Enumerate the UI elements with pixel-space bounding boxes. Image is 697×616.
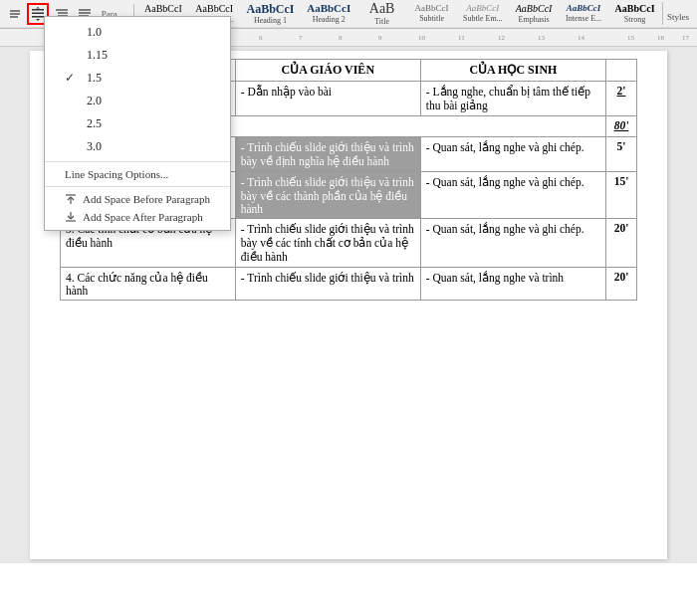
style-heading1-preview: AaBbCcI — [246, 3, 294, 15]
style-subtle-em[interactable]: AaBbCcI Subtle Em... — [458, 0, 508, 28]
style-heading1-label: Heading 1 — [254, 16, 287, 25]
svg-rect-5 — [32, 16, 44, 18]
intro-teacher: - Dẫn nhập vào bài — [235, 82, 420, 116]
style-title-preview: AaB — [369, 2, 395, 16]
line-spacing-dropdown: 1.0 1.15 ✓ 1.5 2.0 2.5 3.0 Line Spacing … — [44, 16, 231, 231]
spacing-2.5-label: 2.5 — [87, 116, 102, 131]
svg-rect-3 — [32, 9, 44, 11]
svg-rect-4 — [32, 12, 44, 14]
style-emphasis[interactable]: AaBbCcI Emphasis — [510, 0, 558, 28]
style-emphasis-label: Emphasis — [519, 15, 550, 24]
check-1.0 — [65, 25, 79, 40]
paragraph-icon[interactable] — [4, 3, 25, 25]
ruler-tick-13: 13 — [538, 34, 545, 42]
ruler-tick-12: 12 — [498, 34, 505, 42]
check-2.0 — [65, 94, 79, 108]
row4-student: - Quan sát, lắng nghe và trình — [420, 268, 605, 301]
style-intense-em-preview: AaBbCcI — [567, 4, 601, 13]
header-student: CỦA HỌC SINH — [420, 60, 605, 82]
row2-time: 15' — [605, 172, 636, 219]
styles-section-label: Styles — [662, 2, 693, 25]
style-subtitle-label: Subtitle — [419, 14, 444, 23]
spacing-1.5-label: 1.5 — [87, 71, 102, 86]
row4-activity: 4. Các chức năng của hệ điều hành — [61, 268, 236, 301]
add-space-after-label: Add Space After Paragraph — [83, 211, 203, 223]
style-heading2-preview: AaBbCcI — [307, 3, 350, 14]
row3-time: 20' — [605, 219, 636, 268]
spacing-1.5[interactable]: ✓ 1.5 — [45, 67, 230, 90]
style-heading2-label: Heading 2 — [313, 15, 346, 24]
check-3.0 — [65, 139, 79, 154]
row1-time: 5' — [605, 137, 636, 172]
style-subtle-em-preview: AaBbCcI — [466, 4, 499, 13]
ruler-tick-16: 16 — [657, 34, 664, 42]
spacing-3.0[interactable]: 3.0 — [45, 135, 230, 158]
check-1.5: ✓ — [65, 71, 79, 86]
row3-student: - Quan sát, lắng nghe và ghi chép. — [420, 219, 605, 268]
spacing-2.5[interactable]: 2.5 — [45, 112, 230, 135]
ruler-tick-17: 17 — [682, 34, 689, 42]
section-header-time: 80' — [605, 116, 636, 137]
spacing-2.0-label: 2.0 — [87, 94, 102, 108]
ruler-tick-11: 11 — [458, 34, 465, 42]
style-title[interactable]: AaB Title — [358, 0, 406, 28]
add-space-before-label: Add Space Before Paragraph — [83, 193, 210, 205]
style-strong[interactable]: AaBbCcI Strong — [609, 0, 660, 28]
spacing-3.0-label: 3.0 — [87, 139, 102, 154]
row3-teacher: - Trình chiếu slide giới thiệu và trình … — [235, 219, 420, 268]
spacing-1.0[interactable]: 1.0 — [45, 21, 230, 44]
style-heading2[interactable]: AaBbCcI Heading 2 — [302, 0, 356, 28]
dropdown-divider2 — [45, 186, 230, 187]
ruler-tick-9: 9 — [378, 34, 382, 42]
spacing-1.15[interactable]: 1.15 — [45, 44, 230, 67]
style-heading1[interactable]: AaBbCcI Heading 1 — [241, 0, 300, 28]
svg-marker-6 — [36, 19, 40, 21]
add-space-after-icon — [65, 211, 77, 223]
add-space-after[interactable]: Add Space After Paragraph — [45, 208, 230, 226]
style-subtitle[interactable]: AaBbCcI Subtitle — [408, 0, 456, 28]
dropdown-divider — [45, 161, 230, 162]
style-intense-em[interactable]: AaBbCcI Intense E... — [560, 0, 607, 28]
style-emphasis-preview: AaBbCcI — [516, 4, 553, 14]
row1-teacher: - Trình chiếu slide giới thiệu và trình … — [235, 137, 420, 172]
add-space-before[interactable]: Add Space Before Paragraph — [45, 190, 230, 208]
check-2.5 — [65, 116, 79, 131]
intro-student: - Lắng nghe, chuẩn bị tâm thế tiếp thu b… — [420, 82, 605, 116]
ruler-tick-8: 8 — [339, 34, 343, 42]
intro-time: 2' — [605, 82, 636, 116]
row4-time: 20' — [605, 268, 636, 301]
table-row: 4. Các chức năng của hệ điều hành - Trìn… — [61, 268, 637, 301]
ruler-tick-7: 7 — [299, 34, 303, 42]
row4-teacher: - Trình chiếu slide giới thiệu và trình — [235, 268, 420, 301]
row1-student: - Quan sát, lắng nghe và ghi chép. — [420, 137, 605, 172]
style-subtitle-preview: AaBbCcI — [415, 4, 449, 13]
spacing-1.15-label: 1.15 — [87, 48, 108, 63]
ruler-tick-10: 10 — [418, 34, 425, 42]
style-strong-label: Strong — [624, 15, 645, 24]
ruler-tick-14: 14 — [578, 34, 584, 42]
add-space-before-icon — [65, 193, 77, 205]
header-time — [605, 60, 636, 82]
check-1.15 — [65, 48, 79, 63]
line-spacing-options[interactable]: Line Spacing Options... — [45, 165, 230, 183]
style-intense-em-label: Intense E... — [566, 14, 601, 23]
style-strong-preview: AaBbCcI — [615, 4, 655, 14]
svg-marker-7 — [36, 7, 40, 9]
style-subtle-em-label: Subtle Em... — [463, 14, 503, 23]
line-spacing-options-label: Line Spacing Options... — [65, 168, 168, 180]
style-normal-preview: AaBbCcI — [144, 4, 182, 14]
spacing-2.0[interactable]: 2.0 — [45, 90, 230, 112]
header-teacher: CỦA GIÁO VIÊN — [235, 60, 420, 82]
spacing-1.0-label: 1.0 — [87, 25, 102, 40]
style-no-space-preview: AaBbCcI — [195, 4, 233, 14]
row2-teacher: - Trình chiếu slide giới thiệu và trình … — [235, 172, 420, 219]
ruler-tick-15: 15 — [627, 34, 634, 42]
row2-student: - Quan sát, lắng nghe và ghi chép. — [420, 172, 605, 219]
style-title-label: Title — [374, 17, 389, 26]
ruler-tick-6: 6 — [259, 34, 263, 42]
